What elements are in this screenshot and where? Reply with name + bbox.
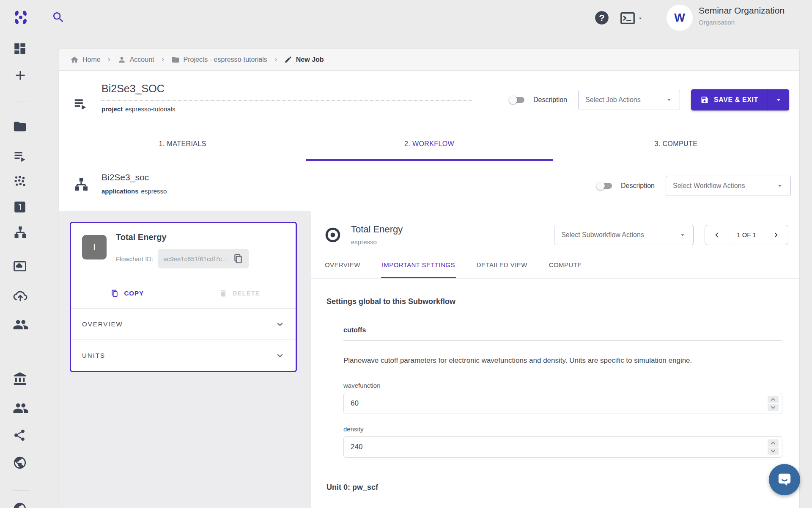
workflow-subtitle-label: applications [102, 188, 139, 195]
copy-subworkflow-button[interactable]: COPY [71, 278, 184, 308]
breadcrumb-new-job: New Job [284, 55, 324, 64]
workflow-description-toggle[interactable] [596, 181, 613, 191]
search-icon[interactable] [52, 11, 65, 24]
subworkflow-detail-header: Total Energy espresso Select Subworkflow… [311, 211, 799, 246]
workflow-description-label: Description [621, 182, 655, 190]
media-frame-icon[interactable] [13, 259, 27, 273]
stepper-down-icon[interactable] [768, 447, 779, 455]
help-icon[interactable]: ? [594, 10, 610, 26]
copy-id-icon[interactable] [233, 253, 244, 264]
settings-heading: Settings global to this Subworkflow [326, 297, 782, 306]
stepper-up-icon[interactable] [768, 396, 779, 403]
caret-down-icon [776, 182, 784, 190]
workflow-title-block: Bi2Se3_soc applicationsespresso [102, 172, 167, 195]
console-icon[interactable] [620, 11, 644, 25]
wavefunction-input[interactable] [344, 393, 782, 414]
looks-one-icon[interactable] [13, 200, 27, 214]
job-playlist-icon [73, 95, 89, 111]
tab-materials[interactable]: 1. MATERIALS [59, 127, 306, 161]
pager-prev-button[interactable] [705, 225, 729, 245]
projects-folder-icon[interactable] [13, 119, 27, 134]
breadcrumb-project[interactable]: Projects - espresso-tutorials [171, 55, 267, 64]
materials-atoms-icon[interactable] [13, 174, 27, 189]
breadcrumb-account[interactable]: Account [118, 55, 154, 64]
breadcrumb-separator-icon [106, 56, 112, 63]
delete-subworkflow-button[interactable]: DELETE [184, 278, 296, 308]
subworkflow-detail-pane: Total Energy espresso Select Subworkflow… [311, 211, 799, 508]
breadcrumb-home[interactable]: Home [70, 55, 101, 64]
subworkflow-actions-select[interactable]: Select Subworkflow Actions [554, 225, 694, 245]
job-controls: Description Select Job Actions SAVE & EX… [509, 89, 789, 110]
save-exit-button[interactable]: SAVE & EXIT [691, 89, 789, 110]
sidebar-divider [13, 102, 30, 102]
subworkflow-list-pane: I Total Energy Flowchart ID: ac9ee1c651f… [59, 211, 311, 508]
subworkflow-pager: 1 OF 1 [705, 225, 788, 245]
subworkflow-detail-tabs: OVERVIEW IMPORTANT SETTINGS DETAILED VIE… [324, 252, 799, 278]
tab-compute[interactable]: COMPUTE [548, 252, 583, 278]
workflow-subtitle-value: espresso [141, 188, 167, 195]
org-name: Seminar Organization [699, 6, 785, 16]
create-new-icon[interactable] [13, 68, 28, 83]
members-people-icon[interactable] [13, 400, 29, 416]
dashboard-icon[interactable] [13, 41, 27, 56]
chevron-left-icon [712, 230, 721, 240]
org-type: Organisation [699, 19, 785, 26]
workflow-header: Bi2Se3_soc applicationsespresso Descript… [59, 161, 799, 211]
job-description-label: Description [533, 96, 567, 104]
tab-overview[interactable]: OVERVIEW [324, 252, 361, 278]
subworkflow-card-selected[interactable]: I Total Energy Flowchart ID: ac9ee1c651f… [70, 222, 297, 372]
job-title-input[interactable]: Bi2Se3_SOC [102, 83, 472, 101]
workflow-actions-select[interactable]: Select Workflow Actions [666, 176, 791, 196]
density-input[interactable] [344, 437, 782, 457]
chat-launcher-button[interactable] [769, 464, 800, 495]
tab-detailed-view[interactable]: DETAILED VIEW [476, 252, 528, 278]
tab-compute[interactable]: 3. COMPUTE [553, 127, 799, 161]
job-title-block: Bi2Se3_SOC projectespresso-tutorials [102, 83, 472, 113]
sidebar-divider [13, 490, 30, 491]
tab-important-settings[interactable]: IMPORTANT SETTINGS [381, 252, 456, 278]
unit-heading: Unit 0: pw_scf [326, 483, 782, 492]
pencil-icon [284, 55, 292, 64]
flowchart-id-chip[interactable]: ac9ee1c651f61cdf7c… [158, 249, 248, 268]
flowchart-id-label: Flowchart ID: [116, 255, 153, 262]
person-icon [118, 55, 126, 64]
job-actions-select[interactable]: Select Job Actions [578, 90, 680, 110]
workflows-sitemap-icon[interactable] [13, 225, 28, 240]
caret-down-icon [665, 96, 673, 104]
density-label: density [343, 425, 782, 433]
chevron-down-icon [274, 319, 285, 330]
job-subtitle-value: espresso-tutorials [125, 105, 175, 113]
team-people-icon[interactable] [13, 317, 29, 333]
globe2-icon[interactable] [13, 502, 27, 508]
job-steps-tabs: 1. MATERIALS 2. WORKFLOW 3. COMPUTE [59, 127, 799, 161]
sidebar-divider [13, 358, 30, 358]
pager-next-button[interactable] [764, 225, 788, 245]
app-sidebar [0, 0, 42, 508]
stepper-down-icon[interactable] [768, 404, 779, 411]
density-stepper [768, 439, 779, 455]
workflow-subtitle: applicationsespresso [102, 188, 167, 195]
stepper-up-icon[interactable] [768, 439, 779, 447]
home-icon [70, 55, 79, 64]
accordion-units[interactable]: UNITS [71, 340, 296, 371]
job-description-toggle[interactable] [509, 95, 526, 105]
tab-workflow[interactable]: 2. WORKFLOW [306, 127, 552, 161]
org-block[interactable]: Seminar Organization Organisation [699, 6, 785, 26]
jobs-list-icon[interactable] [13, 148, 28, 163]
flowchart-id-value: ac9ee1c651f61cdf7c… [163, 255, 228, 262]
accordion-overview[interactable]: OVERVIEW [71, 308, 296, 340]
wavefunction-stepper [768, 396, 779, 411]
organization-bank-icon[interactable] [13, 372, 27, 386]
mat3ra-logo-icon[interactable] [13, 9, 29, 25]
globe-icon[interactable] [13, 456, 27, 470]
org-avatar[interactable]: W [667, 5, 693, 31]
cloud-upload-icon[interactable] [13, 288, 28, 303]
subworkflow-card-header: I Total Energy Flowchart ID: ac9ee1c651f… [71, 223, 296, 278]
share-icon[interactable] [13, 428, 26, 442]
caret-down-icon [679, 231, 686, 239]
workflow-title[interactable]: Bi2Se3_soc [102, 172, 167, 182]
save-icon [700, 96, 709, 104]
subworkflow-title: Total Energy [351, 224, 403, 235]
workflow-body: I Total Energy Flowchart ID: ac9ee1c651f… [59, 211, 799, 458]
save-options-caret[interactable] [768, 89, 789, 110]
